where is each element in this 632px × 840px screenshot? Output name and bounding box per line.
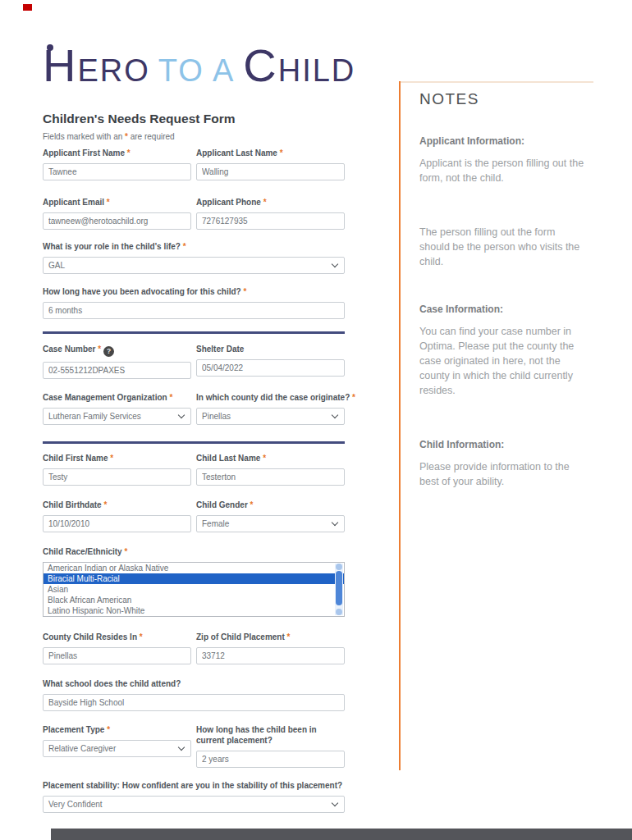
chevron-down-icon <box>178 412 185 418</box>
notes-heading-case: Case Information: <box>419 304 623 315</box>
advocating-time-label: How long have you been advocating for th… <box>43 286 345 297</box>
notes-paragraph: You can find your case number in Optima.… <box>419 324 623 398</box>
form-title: Children's Needs Request Form <box>43 112 345 126</box>
row-child-location: County Child Resides In * Zip of Child P… <box>43 632 345 664</box>
placement-stability-label: Placement stability: How confident are y… <box>43 780 345 791</box>
row-case: Case Number *? Shelter Date <box>43 344 345 379</box>
race-option-selected[interactable]: Biracial Multi-Racial <box>44 573 344 584</box>
advocating-time-input[interactable] <box>43 302 345 319</box>
row-placement: Placement Type * Relative Caregiver How … <box>43 724 345 768</box>
school-label: What school does the child attend? <box>43 678 345 689</box>
required-note: Fields marked with an * are required <box>43 132 345 141</box>
placement-stability-select[interactable]: Very Confident <box>43 796 345 813</box>
case-number-input[interactable] <box>43 362 191 379</box>
child-birthdate-label: Child Birthdate * <box>43 500 191 510</box>
race-option[interactable]: Asian <box>44 584 344 595</box>
section-divider <box>43 331 345 334</box>
logo-dot <box>47 44 53 51</box>
child-first-name-input[interactable] <box>43 468 191 486</box>
shelter-date-input[interactable] <box>196 359 345 377</box>
placement-type-select[interactable]: Relative Caregiver <box>43 740 191 757</box>
race-option[interactable]: Black African American <box>44 595 344 605</box>
placement-type-label: Placement Type * <box>43 724 191 735</box>
notes-paragraph: The person filling out the form should b… <box>419 225 623 269</box>
case-county-select[interactable]: Pinellas <box>196 408 345 425</box>
role-select[interactable]: GAL <box>43 257 345 274</box>
page: HEROTOACHILD Children's Needs Request Fo… <box>0 0 632 840</box>
listbox-scrollbar[interactable] <box>335 564 343 615</box>
notes-panel: NOTES Applicant Information: Applicant i… <box>419 0 623 489</box>
case-number-label: Case Number *? <box>43 344 191 357</box>
notes-accent-line <box>399 81 401 770</box>
row-applicant-contact: Applicant Email * Applicant Phone * <box>43 197 345 230</box>
chevron-down-icon <box>332 261 338 267</box>
shelter-date-label: Shelter Date <box>196 344 345 354</box>
case-org-select[interactable]: Lutheran Family Services <box>43 408 191 425</box>
applicant-first-name-input[interactable] <box>43 163 191 180</box>
county-resides-label: County Child Resides In * <box>43 632 191 642</box>
chevron-down-icon <box>332 519 338 526</box>
applicant-last-name-input[interactable] <box>196 163 345 180</box>
child-gender-label: Child Gender * <box>196 500 345 510</box>
zip-placement-input[interactable] <box>196 647 345 664</box>
case-org-label: Case Management Organization * <box>43 392 191 403</box>
scrollbar-thumb[interactable] <box>336 571 342 605</box>
help-icon[interactable]: ? <box>103 346 114 357</box>
race-label: Child Race/Ethnicity * <box>43 546 345 557</box>
chevron-down-icon <box>178 744 185 751</box>
notes-title: NOTES <box>419 90 623 108</box>
scrollbar-down-button[interactable] <box>336 609 342 615</box>
notes-heading-applicant: Applicant Information: <box>419 135 623 147</box>
county-resides-input[interactable] <box>43 647 191 664</box>
row-child-birth: Child Birthdate * Child Gender * Female <box>43 500 345 532</box>
scrollbar-up-button[interactable] <box>336 564 342 570</box>
section-divider <box>43 441 345 444</box>
chevron-down-icon <box>332 800 338 806</box>
applicant-email-label: Applicant Email * <box>43 197 191 208</box>
page-corner-mark <box>23 4 32 11</box>
logo-ero: ERO <box>77 46 149 95</box>
applicant-phone-label: Applicant Phone * <box>196 197 345 208</box>
logo-a: A <box>213 46 235 95</box>
row-case-org: Case Management Organization * Lutheran … <box>43 392 345 425</box>
applicant-last-name-label: Applicant Last Name * <box>196 148 345 158</box>
notes-heading-child: Child Information: <box>419 439 623 450</box>
row-applicant-name: Applicant First Name * Applicant Last Na… <box>43 148 345 180</box>
school-input[interactable] <box>43 694 345 711</box>
child-gender-select[interactable]: Female <box>196 515 345 532</box>
logo-hild: HILD <box>278 46 356 95</box>
logo-to: TO <box>158 46 204 95</box>
applicant-first-name-label: Applicant First Name * <box>43 148 191 158</box>
zip-placement-label: Zip of Child Placement * <box>196 632 345 642</box>
next-page-bar <box>51 829 632 840</box>
child-last-name-input[interactable] <box>196 468 345 486</box>
race-listbox[interactable]: American Indian or Alaska Native Biracia… <box>43 562 345 617</box>
logo-letter-c: C <box>243 41 277 90</box>
chevron-down-icon <box>332 412 338 418</box>
notes-paragraph: Applicant is the person filling out the … <box>419 156 623 185</box>
applicant-phone-input[interactable] <box>196 212 345 230</box>
child-birthdate-input[interactable] <box>43 515 191 532</box>
race-option[interactable]: Latino Hispanic Non-White <box>44 605 344 616</box>
placement-duration-label: How long has the child been in current p… <box>196 724 345 746</box>
applicant-email-input[interactable] <box>43 212 191 230</box>
case-county-label: In which county did the case originate? … <box>196 392 345 403</box>
hero-to-a-child-logo: HEROTOACHILD <box>43 41 345 94</box>
race-option[interactable]: American Indian or Alaska Native <box>44 563 344 573</box>
placement-duration-input[interactable] <box>196 751 345 768</box>
notes-paragraph: Please provide information to the best o… <box>419 459 623 489</box>
child-last-name-label: Child Last Name * <box>196 453 345 463</box>
row-child-name: Child First Name * Child Last Name * <box>43 453 345 486</box>
child-first-name-label: Child First Name * <box>43 453 191 463</box>
form-column: HEROTOACHILD Children's Needs Request Fo… <box>43 0 345 813</box>
role-label: What is your role in the child's life? * <box>43 241 345 252</box>
